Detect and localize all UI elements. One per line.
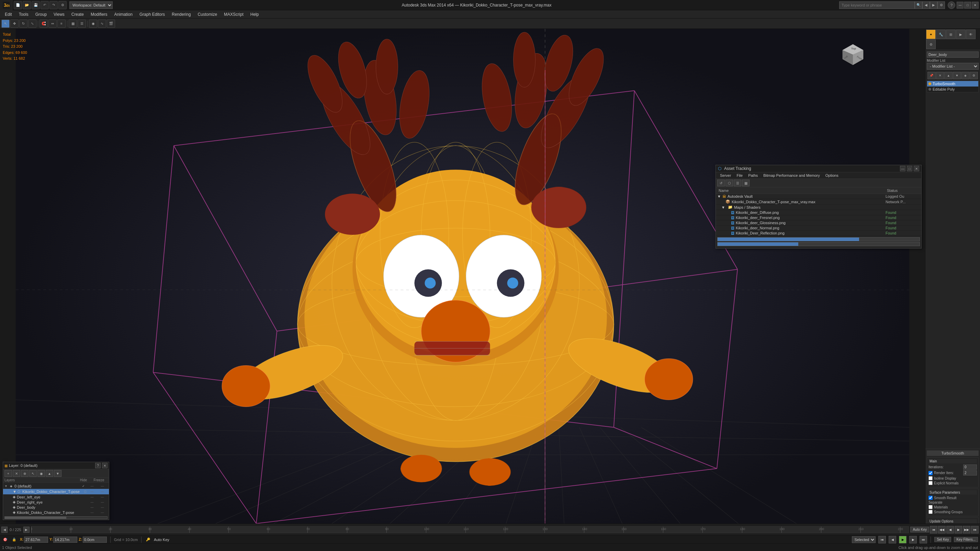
down-modifier-btn[interactable]: ▼	[953, 72, 961, 79]
layers-move-up-btn[interactable]: ▲	[46, 470, 53, 477]
rotate-btn[interactable]: ↻	[19, 19, 27, 28]
ts-isoline-checkbox[interactable]	[929, 476, 932, 480]
asset-maximize-btn[interactable]: □	[907, 166, 912, 171]
asset-view-btn[interactable]: ☰	[734, 179, 741, 186]
keyfilters-btn[interactable]: Key Filters...	[954, 537, 978, 542]
autokey-btn[interactable]: Auto Key	[910, 527, 929, 532]
configure-btn[interactable]: ⚙	[970, 72, 978, 79]
ts-smooth-result-checkbox[interactable]	[929, 496, 932, 500]
selected-dropdown[interactable]: Selected	[852, 536, 876, 543]
anim-next-btn[interactable]: ▶	[23, 527, 30, 533]
display-panel-btn[interactable]: 👁	[966, 30, 975, 39]
maximize-btn[interactable]: □	[964, 2, 971, 9]
close-btn[interactable]: ✕	[972, 2, 978, 9]
layers-highlight-btn[interactable]: ◉	[37, 470, 45, 477]
curve-btn[interactable]: ∿	[98, 19, 106, 28]
layers-scrollbar[interactable]	[5, 516, 108, 519]
layers-delete-btn[interactable]: ✕	[13, 470, 20, 477]
key-prev-btn[interactable]: ◀	[889, 536, 896, 543]
modifier-list-dropdown[interactable]: - Modifier List -	[927, 63, 978, 70]
minimize-btn[interactable]: —	[957, 2, 964, 9]
ribbon-btn[interactable]: ☰	[78, 19, 86, 28]
keyframe-next-btn[interactable]: ⏭	[920, 536, 927, 543]
menu-edit[interactable]: Edit	[2, 10, 16, 18]
play-rev-fast-btn[interactable]: ◀◀	[938, 526, 946, 534]
setkey-btn[interactable]: Set Key	[934, 537, 951, 542]
save-btn[interactable]: 💾	[32, 1, 40, 9]
object-name-input[interactable]	[927, 51, 978, 58]
play-prev-btn[interactable]: ⏮	[930, 526, 937, 534]
align-btn[interactable]: ≡	[57, 19, 65, 28]
ts-smoothing-groups-checkbox[interactable]	[929, 510, 932, 514]
asset-menu-file[interactable]: File	[734, 173, 745, 178]
ts-render-iters-input[interactable]	[963, 470, 977, 475]
layer-btn[interactable]: ▦	[69, 19, 77, 28]
ts-materials-checkbox[interactable]	[929, 505, 932, 509]
menu-modifiers[interactable]: Modifiers	[87, 10, 111, 18]
delete-modifier-btn[interactable]: ✕	[936, 72, 944, 79]
menu-customize[interactable]: Customize	[194, 10, 221, 18]
status-key-icon[interactable]: 🔑	[145, 537, 151, 543]
play-btn[interactable]: ▶	[955, 526, 962, 534]
pin-modifier-btn[interactable]: 📌	[928, 72, 936, 79]
status-icon-1[interactable]: 🎯	[2, 537, 8, 543]
layer-item-1[interactable]: ▼ ⬡ Kikoriki_Dokko_Character_T-pose □ — …	[3, 489, 109, 494]
undo-btn[interactable]: ↶	[41, 1, 49, 9]
workspace-dropdown[interactable]: Workspace: DefaultWorkspace: Default	[69, 2, 113, 9]
viewport-3d[interactable]: Total Polys: 23 200 Tris: 23 200 Edges: …	[0, 29, 925, 551]
asset-row-fresnel[interactable]: 🖼 Kikoriki_deer_Fresnel.png Found	[716, 215, 921, 221]
search-options-btn[interactable]: ⚙	[937, 2, 945, 9]
animation-timeline[interactable]: ◀ 0 / 225 ▶ 0 10 20 30 40	[0, 524, 980, 535]
menu-create[interactable]: Create	[68, 10, 87, 18]
layer-item-5[interactable]: ◈ Kikoriki_Dokko_Character_T-pose — —	[3, 510, 109, 515]
layer-item-3[interactable]: ◈ Deer_right_eye — —	[3, 500, 109, 505]
layers-create-btn[interactable]: +	[5, 470, 12, 477]
editable-poly-modifier-item[interactable]: Editable Poly	[927, 87, 978, 92]
layers-add-selected-btn[interactable]: ⊕	[21, 470, 29, 477]
open-btn[interactable]: 📂	[23, 1, 31, 9]
asset-minimize-btn[interactable]: —	[900, 166, 905, 171]
asset-row-normal[interactable]: 🖼 Kikoriki_deer_Normal.png Found	[716, 225, 921, 231]
asset-row-maps[interactable]: ▼ 📁 Maps / Shaders	[716, 205, 921, 210]
menu-animation[interactable]: Animation	[111, 10, 136, 18]
menu-group[interactable]: Group	[32, 10, 50, 18]
make-unique-btn[interactable]: ◈	[961, 72, 970, 79]
asset-row-glossiness[interactable]: 🖼 Kikoriki_deer_Glossiness.png Found	[716, 221, 921, 225]
search-input[interactable]	[839, 2, 915, 9]
asset-row-maxfile[interactable]: 📦 Kikoriki_Dokko_Character_T-pose_max_vr…	[716, 199, 921, 205]
status-icon-2[interactable]: 🔒	[11, 537, 17, 543]
play-rev-btn[interactable]: ◀	[947, 526, 954, 534]
anim-track[interactable]: 0 10 20 30 40 50 60 70 80	[31, 526, 909, 533]
menu-maxscript[interactable]: MAXScript	[221, 10, 247, 18]
x-input[interactable]	[24, 537, 48, 543]
render-setup-btn[interactable]: ⚙	[58, 1, 67, 9]
layers-scroll-thumb[interactable]	[5, 517, 66, 519]
search-btn[interactable]: 🔍	[915, 2, 922, 9]
snap-btn[interactable]: 🧲	[40, 19, 48, 28]
motion-panel-btn[interactable]: ▶	[956, 30, 966, 39]
ts-render-iters-checkbox[interactable]	[929, 471, 932, 475]
y-input[interactable]	[53, 537, 77, 543]
render-btn[interactable]: 🎬	[107, 19, 115, 28]
create-panel-btn[interactable]: ✦	[926, 30, 936, 39]
key-play-btn[interactable]: ▶	[899, 536, 907, 543]
search-nav-btn[interactable]: ◀	[922, 2, 930, 9]
play-next-btn[interactable]: ⏭	[971, 526, 978, 534]
asset-track-btn[interactable]: ⬡	[725, 179, 733, 186]
layers-move-down-btn[interactable]: ▼	[54, 470, 62, 477]
viewport-cube[interactable]: Top Left Front	[839, 43, 867, 70]
turbosmooth-modifier-item[interactable]: TurboSmooth	[927, 81, 978, 87]
asset-menu-server[interactable]: Server	[717, 173, 734, 178]
asset-row-vault[interactable]: ▼ 🏛 Autodesk Vault Logged Ou	[716, 194, 921, 199]
asset-row-reflection[interactable]: 🖼 Kikoriki_Deer_Reflection.png Found	[716, 231, 921, 236]
new-btn[interactable]: 📄	[14, 1, 22, 9]
menu-views[interactable]: Views	[50, 10, 68, 18]
ts-iterations-input[interactable]	[963, 464, 977, 470]
layer-item-4[interactable]: ◈ Deer_body — —	[3, 505, 109, 510]
menu-graph-editors[interactable]: Graph Editors	[136, 10, 168, 18]
select-btn[interactable]: ↖	[2, 19, 10, 28]
asset-row-diffuse[interactable]: 🖼 Kikoriki_deer_Diffuse.png Found	[716, 210, 921, 215]
asset-menu-paths[interactable]: Paths	[745, 173, 760, 178]
keyframe-prev-btn[interactable]: ⏮	[878, 536, 886, 543]
layer-item-2[interactable]: ◈ Deer_left_eye — —	[3, 494, 109, 500]
